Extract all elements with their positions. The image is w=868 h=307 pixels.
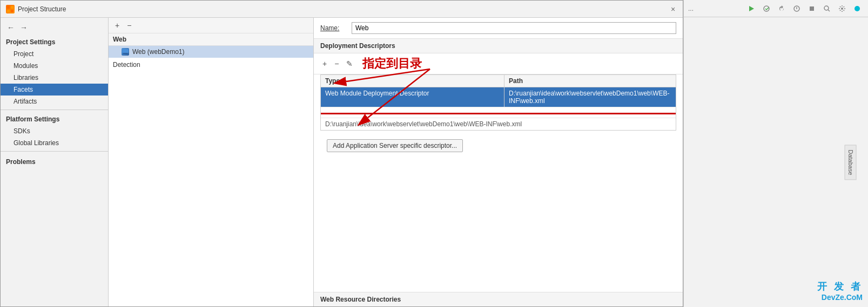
debug-button[interactable]	[790, 2, 803, 15]
descriptor-remove-button[interactable]: −	[332, 58, 341, 69]
settings-button[interactable]	[836, 2, 849, 15]
svg-rect-1	[11, 6, 14, 9]
search-button[interactable]	[820, 2, 833, 15]
sidebar-separator2	[1, 151, 108, 152]
run-button[interactable]	[745, 2, 758, 15]
ide-main-area: Database 开 发 者 DevZe.CoM	[684, 17, 868, 307]
deployment-descriptors-header: Deployment Descriptors	[314, 39, 683, 53]
close-button[interactable]: ×	[669, 5, 677, 13]
path-column-header: Path	[504, 75, 676, 87]
web-resource-header: Web Resource Directories	[314, 292, 683, 306]
overflow-path	[321, 108, 676, 111]
project-settings-label: Project Settings	[1, 35, 108, 48]
type-column-header: Type	[321, 75, 504, 87]
sidebar-item-modules[interactable]: Modules	[1, 60, 108, 72]
svg-point-17	[854, 6, 860, 11]
svg-rect-4	[122, 49, 129, 53]
ide-toolbar-ellipsis: ...	[688, 5, 743, 12]
detection-label: Detection	[109, 58, 313, 72]
descriptor-edit-button[interactable]: ✎	[344, 58, 355, 69]
sidebar: ← → Project Settings Project Modules Lib…	[1, 18, 109, 306]
watermark-line1: 开 发 者	[817, 280, 863, 293]
svg-point-10	[764, 6, 769, 11]
svg-point-16	[841, 8, 843, 10]
nav-back-fwd: ← →	[1, 20, 108, 35]
tree-panel: + − Web Web (webDemo1) Detection	[109, 18, 314, 306]
tree-item-label: Web (webDemo1)	[132, 48, 184, 56]
build-button[interactable]	[760, 2, 773, 15]
database-tab[interactable]: Database	[844, 145, 856, 180]
sidebar-item-artifacts[interactable]: Artifacts	[1, 95, 108, 107]
table-row[interactable]: Web Module Deployment Descriptor D:\ruan…	[321, 87, 676, 107]
color-button[interactable]	[851, 2, 864, 15]
overflow-row	[321, 107, 676, 118]
app-icon	[6, 5, 15, 13]
type-cell: Web Module Deployment Descriptor	[321, 87, 504, 107]
reload-button[interactable]	[775, 2, 788, 15]
tree-item-web-demo1[interactable]: Web (webDemo1)	[109, 46, 313, 58]
descriptor-table: Type Path Web Module Deployment Descript…	[320, 74, 676, 131]
back-button[interactable]: ←	[5, 22, 17, 33]
path-cell: D:\ruanjian\idea\work\webservlet\webDemo…	[504, 87, 676, 107]
add-descriptor-button[interactable]: Add Application Server specific descript…	[327, 139, 463, 152]
name-label: Name:	[320, 24, 347, 32]
deployment-toolbar: + − ✎ 指定到目录	[314, 53, 683, 74]
svg-point-14	[824, 6, 829, 10]
table-header: Type Path	[321, 75, 676, 87]
dialog-title: Project Structure	[18, 5, 66, 13]
project-structure-dialog: Project Structure × ← → Project Settings…	[0, 0, 683, 307]
sidebar-item-facets[interactable]: Facets	[1, 84, 108, 95]
watermark: 开 发 者 DevZe.CoM	[817, 280, 863, 302]
sidebar-item-global-libraries[interactable]: Global Libraries	[1, 137, 108, 149]
svg-rect-2	[7, 10, 10, 12]
problems-label: Problems	[1, 154, 108, 168]
watermark-line2: DevZe.CoM	[817, 293, 863, 302]
svg-rect-3	[11, 10, 14, 12]
tree-remove-button[interactable]: −	[125, 20, 133, 31]
svg-rect-0	[7, 6, 10, 9]
red-underline	[321, 113, 676, 114]
svg-marker-9	[749, 6, 754, 11]
overflow-path-text: D:\ruanjian\idea\work\webservlet\webDemo…	[321, 118, 676, 130]
svg-line-15	[828, 10, 830, 11]
sidebar-separator	[1, 110, 108, 110]
sidebar-item-libraries[interactable]: Libraries	[1, 72, 108, 84]
tree-add-button[interactable]: +	[113, 20, 122, 31]
ide-toolbar-top: ...	[684, 0, 868, 17]
sidebar-item-sdks[interactable]: SDKs	[1, 125, 108, 137]
tree-content: Web Web (webDemo1) Detection	[109, 33, 313, 306]
svg-rect-13	[810, 6, 814, 11]
sidebar-item-project[interactable]: Project	[1, 48, 108, 60]
content-area: ← → Project Settings Project Modules Lib…	[1, 18, 683, 306]
web-facet-icon	[122, 48, 129, 56]
name-input[interactable]	[352, 22, 676, 34]
stop-button[interactable]	[805, 2, 818, 15]
name-field-row: Name:	[314, 18, 683, 39]
right-panel: Name: Deployment Descriptors + − ✎ 指定到目录…	[314, 18, 683, 306]
svg-rect-5	[123, 53, 127, 54]
ide-toolbar: ... Datab	[683, 0, 868, 307]
descriptor-add-button[interactable]: +	[320, 58, 329, 69]
tree-toolbar: + −	[109, 18, 313, 33]
tree-group-web: Web	[109, 33, 313, 46]
forward-button[interactable]: →	[18, 22, 30, 33]
platform-settings-label: Platform Settings	[1, 112, 108, 125]
title-bar: Project Structure ×	[1, 1, 683, 18]
add-descriptor-area: Add Application Server specific descript…	[314, 135, 683, 156]
toolbar-annotation-text: 指定到目录	[362, 56, 422, 72]
title-bar-left: Project Structure	[6, 5, 66, 13]
